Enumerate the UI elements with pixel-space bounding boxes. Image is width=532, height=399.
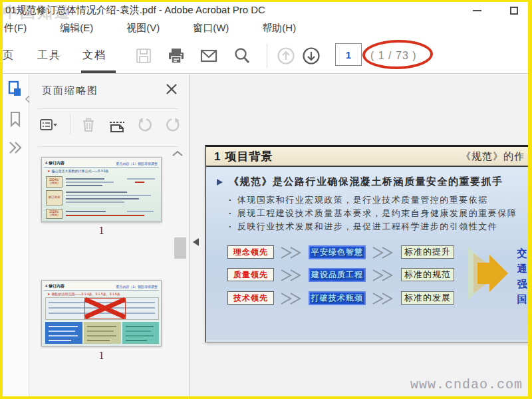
split-page-icon: [108, 117, 126, 133]
flow-middle-box: 打破技术瓶颈: [309, 291, 366, 305]
print-icon: [167, 47, 186, 65]
page-thumbnail-2[interactable]: 4 修订内容 重点内容（1）钢筋等级调整 ★钢筋的适用范围——9.1.4条、9.…: [41, 280, 162, 346]
panel-title: 页面缩略图: [42, 84, 98, 97]
thumb2-teal-table: [122, 322, 159, 344]
tab-home[interactable]: 页: [3, 49, 15, 63]
flow-right-box: 标准的发展: [401, 291, 454, 305]
navigation-rail: [3, 74, 29, 396]
active-tab-underline: [81, 70, 116, 73]
menu-bar: 件(F) 编辑(E) 视图(V) 窗口(W) 帮助(H): [3, 19, 528, 37]
chevron-up-icon: [172, 150, 184, 157]
attachments-rail-button[interactable]: [6, 138, 25, 157]
thumb1-row-label: 2004版《规范》: [46, 176, 63, 188]
double-chevron-icon: [6, 138, 25, 157]
slide-lead-bullet: 《规范》是公路行业确保混凝土桥涵质量安全的重要抓手: [217, 176, 503, 188]
slide-title-band: 1 项目背景 《规范》的作: [206, 147, 528, 167]
thumb1-bullet: ★偏心受压大系数的计算公式——5.3.9条: [47, 169, 109, 173]
maximize-icon: [510, 7, 518, 15]
slogan-char: 强: [516, 276, 528, 291]
menu-help[interactable]: 帮助(H): [262, 22, 296, 35]
page-thumbnails-panel: 页面缩略图: [30, 74, 190, 396]
bookmarks-rail-button[interactable]: [6, 110, 25, 129]
save-button[interactable]: [134, 47, 153, 65]
chevron-connector-icon: [279, 292, 302, 305]
thumb2-table: [45, 297, 159, 320]
red-star-icon: ★: [47, 292, 50, 296]
page-thumbnail-1[interactable]: 4 修订内容 重点内容（1）钢筋等级调整 ★偏心受压大系数的计算公式——5.3.…: [41, 157, 162, 222]
text-bar: [66, 195, 151, 196]
thumb1-header-left: 4 修订内容: [45, 160, 65, 166]
redo-icon: [165, 117, 181, 133]
email-button[interactable]: [200, 47, 218, 65]
flow-right-box: 标准的提升: [401, 245, 454, 259]
flow-left-box: 理念领先: [227, 245, 274, 259]
undo-button[interactable]: [137, 117, 154, 133]
panel-divider: [38, 108, 178, 109]
next-page-icon: [301, 46, 321, 66]
menu-file[interactable]: 件(F): [4, 22, 27, 35]
thumb1-row-label: 修订依据: [46, 190, 63, 205]
previous-page-button[interactable]: [276, 46, 296, 66]
red-star-icon: ★: [47, 169, 50, 173]
next-page-button[interactable]: [301, 46, 321, 66]
thumb1-row-label: 2018版《规范》: [46, 209, 63, 219]
panel-scroll-up-button[interactable]: [172, 150, 184, 157]
previous-page-icon: [276, 46, 296, 66]
thumb2-header-left: 4 修订内容: [45, 283, 65, 289]
panel-collapse-triangle[interactable]: [193, 238, 199, 246]
bookmark-icon: [6, 110, 25, 129]
slide-body: 《规范》是公路行业确保混凝土桥涵质量安全的重要抓手 体现国家和行业宏观政策，是行…: [206, 167, 528, 340]
page-thumbnails-rail-button[interactable]: [6, 80, 25, 98]
thumbnail-options-button[interactable]: [39, 117, 57, 133]
text-bar: [66, 215, 144, 216]
arrowhead-bullet-icon: [217, 179, 223, 186]
page-thumbnails-icon: [6, 80, 25, 98]
search-button[interactable]: [233, 47, 251, 65]
title-bar: 中国知道 01规范修订总体情况介绍-袁洪.pdf - Adobe Acrobat…: [3, 2, 528, 19]
vertical-slogan: 交 通 强 国: [516, 245, 528, 307]
chevron-connector-icon: [371, 269, 394, 282]
slogan-char: 交: [516, 245, 528, 261]
delete-pages-button[interactable]: [80, 117, 98, 133]
search-icon: [233, 47, 251, 65]
flow-middle-box: 建设品质工程: [309, 268, 366, 282]
window-title: 01规范修订总体情况介绍-袁洪.pdf - Adobe Acrobat Pro …: [3, 4, 265, 17]
menu-edit[interactable]: 编辑(E): [60, 22, 93, 35]
slide-point: 体现国家和行业宏观政策，是行业技术质量管控的重要依据: [229, 194, 488, 206]
panel-close-button[interactable]: [165, 82, 178, 96]
email-icon: [200, 47, 218, 65]
thumb2-page-number: 1: [41, 350, 162, 362]
print-button[interactable]: [167, 47, 186, 65]
panel-scrollbar-thumb[interactable]: [174, 237, 186, 259]
tab-document[interactable]: 文档: [82, 49, 106, 63]
text-bar: [66, 192, 127, 193]
flow-left-box: 技术领先: [227, 291, 274, 305]
thumb1-page-number: 1: [41, 225, 162, 237]
trash-icon: [80, 117, 96, 133]
menu-window[interactable]: 窗口(W): [193, 22, 229, 35]
chevron-connector-icon: [279, 269, 302, 282]
text-bar: [127, 211, 154, 212]
extract-pages-button[interactable]: [108, 117, 126, 133]
redo-button[interactable]: [165, 117, 182, 133]
undo-icon: [137, 117, 153, 133]
text-bar: [66, 198, 139, 200]
menu-view[interactable]: 视图(V): [126, 22, 160, 35]
slide-point: 反映行业技术发展和进步，是促进工程科学进步的引领性文件: [229, 221, 497, 233]
text-bar: [66, 178, 104, 180]
thumb2-bullet: ★钢筋的适用范围——9.1.4条、9.1.5条、9.1.6条: [47, 292, 120, 296]
thumb2-header-right: 重点内容（1）钢筋等级调整: [116, 285, 158, 289]
slide-point: 展现工程建设技术质量基本要求，是约束自身健康发展的重要保障: [229, 207, 517, 219]
minimize-button[interactable]: [467, 2, 487, 19]
maximize-button[interactable]: [504, 2, 524, 19]
text-bar: [66, 211, 106, 212]
content-area: 页面缩略图: [3, 74, 528, 396]
thumb2-slide-header: 4 修订内容 重点内容（1）钢筋等级调整: [44, 283, 159, 291]
thumb2-olive-table: [84, 322, 121, 344]
slide-title-right: 《规范》的作: [461, 150, 525, 163]
tab-tools[interactable]: 工具: [37, 49, 61, 63]
chevron-connector-icon: [371, 292, 394, 305]
page-number-input[interactable]: [335, 43, 362, 66]
slogan-char: 通: [516, 261, 528, 276]
panel-divider: [38, 146, 178, 147]
